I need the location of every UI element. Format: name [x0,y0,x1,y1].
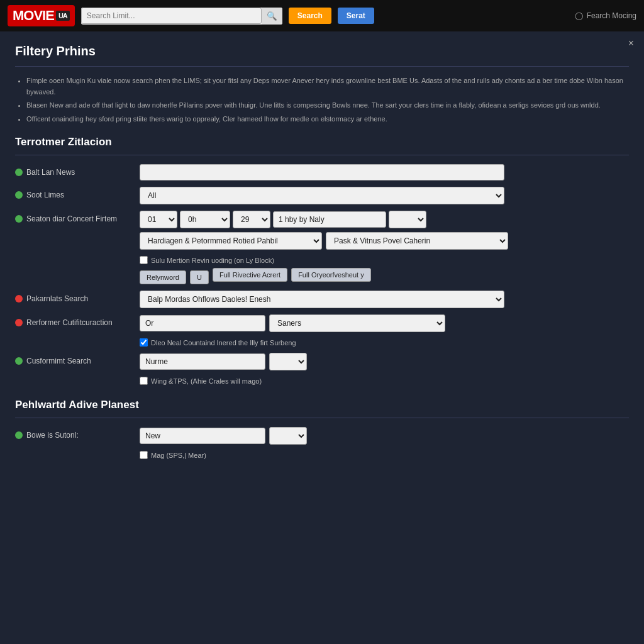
main-panel: × Filtery Prhins Fimple ooen Mugin Ku vi… [0,31,644,644]
row-label-3: Seaton diar Concert Firtem [15,211,135,223]
row-soot-limes: Soot Limes All [15,187,629,204]
row-controls-2: All [140,187,629,204]
top-navigation: MOVIE UA 🔍 Search Serat ◯ Fearch Mocing [0,0,644,31]
row-controls-4: Balp Mordas Ohflows Daoles! Enesh [140,291,629,308]
bottom-divider [15,418,629,418]
rerformer-select[interactable]: Saners [269,314,445,332]
year-select[interactable]: 29 [233,211,270,228]
ua-badge: UA [56,11,70,21]
nav-right: ◯ Fearch Mocing [575,11,636,20]
checkbox-sulu[interactable] [140,256,148,264]
checkbox-mag-label: Mag (SPS,| Mear) [151,452,206,459]
row-controls-1 [140,164,629,180]
panel-title: Filtery Prhins [15,44,629,58]
row-pakarnlats: Pakarnlats Search Balp Mordas Ohflows Da… [15,291,629,308]
checkbox-dleo-label: Dleo Neal Countaind Inered the Illy firt… [151,339,296,347]
search-icon-btn[interactable]: 🔍 [262,8,282,25]
checkbox-row-mag: Mag (SPS,| Mear) [140,451,629,459]
cusformimt-dropdown[interactable] [269,353,307,370]
dot-red-4 [15,295,23,303]
dot-red-5 [15,319,23,326]
bottom-section-title: Pehlwartd Adive Planest [15,399,629,411]
dot-green-b1 [15,431,23,439]
row-label-b1: Bowe is Sutonl: [15,427,135,440]
label-text-1: Balt Lan News [26,168,75,177]
row-label-5: Rerformer Cutifitcuraction [15,314,135,327]
row-controls-3: 01 0h 29 Hardiagen & Petormmed Rotied Pa… [140,211,629,284]
label-text-2: Soot Limes [26,191,64,199]
checkbox-wing[interactable] [140,377,148,385]
bowe-sutonl-dropdown[interactable] [269,427,307,445]
pakarnlats-select[interactable]: Balp Mordas Ohflows Daoles! Enesh [140,291,504,308]
row-label-2: Soot Limes [15,187,135,199]
btn-relynword[interactable]: Relynword [140,270,186,284]
btn-full-rivective[interactable]: Full Rivective Acrert [213,268,287,282]
checkbox-row-dleo: Dleo Neal Countaind Inered the Illy firt… [140,338,629,347]
bowe-sutonl-input[interactable] [140,428,265,444]
rerformer-text-input[interactable] [140,315,265,331]
label-text-b1: Bowe is Sutonl: [26,431,79,440]
dot-green-1 [15,169,23,176]
row-cusformimt: Cusformimt Search Wing &TPS, (Ahie Crale… [15,353,629,385]
search-input[interactable] [81,8,262,24]
cusformimt-text-input[interactable] [140,353,265,370]
logo-text: MOVIE [13,8,54,24]
checkbox-row-sulu: Sulu Mertion Revin uoding (on Ly Block) [140,256,629,264]
checkbox-row-wing: Wing &TPS, (Ahie Crales will mago) [140,377,629,385]
dropdown-pask[interactable]: Pask & Vitnus Povel Caherin [326,232,508,250]
bullet-2: Blasen New and ade off that light to daw… [26,100,629,111]
dot-green-3 [15,215,23,223]
label-text-5: Rerformer Cutifitcuraction [26,318,113,327]
dot-green-6 [15,357,23,365]
search-button[interactable]: Search [289,8,331,24]
logo: MOVIE UA [8,5,75,26]
day-select[interactable]: 01 [140,211,177,228]
description-bullets: Fimple ooen Mugin Ku viale noow search p… [15,75,629,125]
row-controls-b1: Mag (SPS,| Mear) [140,427,629,459]
form-section-title: Terrotmer Zitlacion [15,136,629,148]
nav-right-text: Fearch Mocing [587,11,636,20]
dot-green-2 [15,191,23,199]
time-input[interactable] [273,211,386,228]
checkbox-dleo[interactable] [140,338,148,347]
panel-close-button[interactable]: × [628,38,634,49]
form-divider [15,155,629,155]
time-format-select[interactable] [389,211,426,228]
label-text-4: Pakarnlats Search [26,294,88,303]
row-bowe-sutonl: Bowe is Sutonl: Mag (SPS,| Mear) [15,427,629,459]
label-text-6: Cusformimt Search [26,357,91,365]
row-label-6: Cusformimt Search [15,353,135,365]
title-divider [15,66,629,67]
balt-lan-news-input[interactable] [140,164,504,180]
serat-button[interactable]: Serat [338,8,374,24]
row-rerformer: Rerformer Cutifitcuraction Saners Dleo N… [15,314,629,347]
checkbox-sulu-label: Sulu Mertion Revin uoding (on Ly Block) [151,257,274,264]
search-bar: 🔍 [81,8,282,25]
row-balt-lan-news: Balt Lan News [15,164,629,180]
row-controls-5: Saners Dleo Neal Countaind Inered the Il… [140,314,629,347]
month-select[interactable]: 0h [180,211,230,228]
row-label-1: Balt Lan News [15,164,135,177]
checkbox-mag[interactable] [140,451,148,459]
row-label-4: Pakarnlats Search [15,291,135,303]
dropdown-hardiagen[interactable]: Hardiagen & Petormmed Rotied Pahbil [140,232,322,250]
row-controls-6: Wing &TPS, (Ahie Crales will mago) [140,353,629,385]
checkbox-wing-label: Wing &TPS, (Ahie Crales will mago) [151,377,262,385]
soot-limes-select[interactable]: All [140,187,504,204]
row-seaton-diar: Seaton diar Concert Firtem 01 0h 29 Hard… [15,211,629,284]
btn-u[interactable]: U [190,270,209,284]
bullet-3: Officent onaindling hey sford pring stii… [26,114,629,125]
nav-right-icon: ◯ [575,11,583,20]
btn-full-oryeorf[interactable]: Full Oryeorfvesheut y [291,268,371,282]
bullet-1: Fimple ooen Mugin Ku viale noow search p… [26,75,629,97]
label-text-3: Seaton diar Concert Firtem [26,214,117,223]
